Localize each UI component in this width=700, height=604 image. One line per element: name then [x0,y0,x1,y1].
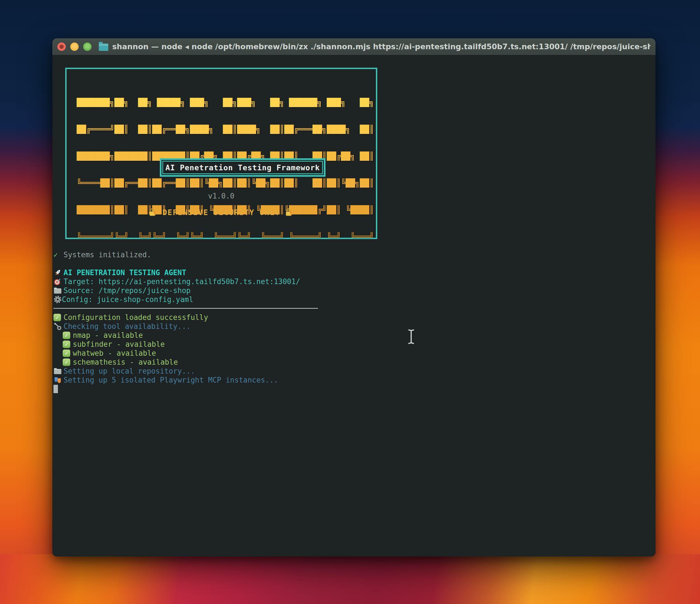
wrench-icon [53,322,64,331]
source-line: Source: /tmp/repos/juice-shop [53,286,318,295]
log-line: whatweb - available [63,349,318,358]
folder-icon [53,367,64,375]
terminal-content[interactable]: ███████╗██╗ ██╗ █████╗ ███╗ ██╗███╗ ██╗ … [52,55,655,556]
log-text: whatweb - available [73,349,156,357]
lock-icon [148,208,158,217]
text-cursor-pointer [407,329,415,344]
folder-icon [53,286,64,295]
log-text: Setting up local repository... [64,367,195,375]
terminal-cursor [53,385,58,393]
version-label: v1.0.0 [67,192,376,200]
log-text: Configuration loaded successfully [64,313,208,321]
source-label: Source: [64,286,99,295]
check-box-icon [63,331,73,340]
banner-box: ███████╗██╗ ██╗ █████╗ ███╗ ██╗███╗ ██╗ … [65,68,377,239]
config-label: Config: [62,295,97,304]
target-value: https://ai-pentesting.tailfd50b7.ts.net:… [99,278,300,286]
check-box-icon [63,349,73,358]
window-title: shannon — node ◂ node /opt/homebrew/bin/… [112,42,650,51]
terminal-window: shannon — node ◂ node /opt/homebrew/bin/… [52,38,655,556]
rocket-icon [53,268,64,277]
framework-box: AI Penetration Testing Framework [162,161,323,174]
check-box-icon [63,358,73,367]
log-line: Setting up local repository... [53,367,318,375]
systems-initialized-text: Systems initialized. [64,251,151,259]
log-line: nmap - available [63,331,318,340]
target-line: Target: https://ai-pentesting.tailfd50b7… [53,277,318,286]
divider-rule [53,308,318,309]
proxy-folder-icon [99,44,108,51]
log-line: Checking tool availability... [53,322,318,331]
config-line: Config: juice-shop-config.yaml [53,295,318,304]
systems-initialized-line: ✓Systems initialized. [53,250,318,259]
agent-heading: AI PENETRATION TESTING AGENT [64,268,186,277]
minimize-button[interactable] [70,43,79,51]
zoom-button[interactable] [83,43,92,51]
terminal-output: ✓Systems initialized. AI PENETRATION TES… [53,250,318,393]
log-text: Checking tool availability... [64,322,191,331]
security-notice-text: DEFENSIVE SECURITY ONLY [162,208,280,217]
framework-label: AI Penetration Testing Framework [166,163,320,172]
log-line: Configuration loaded successfully [53,313,318,322]
gear-icon [53,295,62,304]
log-text: nmap - available [73,331,143,339]
wallpaper-stripes [0,554,700,604]
check-box-icon [63,340,73,349]
masks-icon [53,375,64,385]
source-value: /tmp/repos/juice-shop [99,286,191,295]
lock-icon [284,208,295,217]
log-line: Setting up 5 isolated Playwright MCP ins… [53,375,318,385]
target-label: Target: [64,278,99,286]
log-text: subfinder - available [73,340,165,348]
config-value: juice-shop-config.yaml [97,295,193,304]
cursor-line [53,385,318,393]
desktop: { "colors": { "accent_teal": "#3cc0b4", … [0,0,700,604]
blank-line [53,259,318,268]
close-button[interactable] [57,43,66,51]
log-text: schemathesis - available [73,358,178,366]
log-line: subfinder - available [63,340,318,349]
divider-line [53,304,318,313]
agent-heading-line: AI PENETRATION TESTING AGENT [53,268,318,277]
security-notice: DEFENSIVE SECURITY ONLY [67,208,376,217]
window-titlebar[interactable]: shannon — node ◂ node /opt/homebrew/bin/… [52,38,655,55]
target-icon [53,277,64,286]
check-icon: ✓ [53,251,64,259]
log-line: schemathesis - available [63,358,318,367]
window-controls [57,43,92,51]
log-text: Setting up 5 isolated Playwright MCP ins… [64,376,278,384]
check-box-icon [53,313,64,322]
